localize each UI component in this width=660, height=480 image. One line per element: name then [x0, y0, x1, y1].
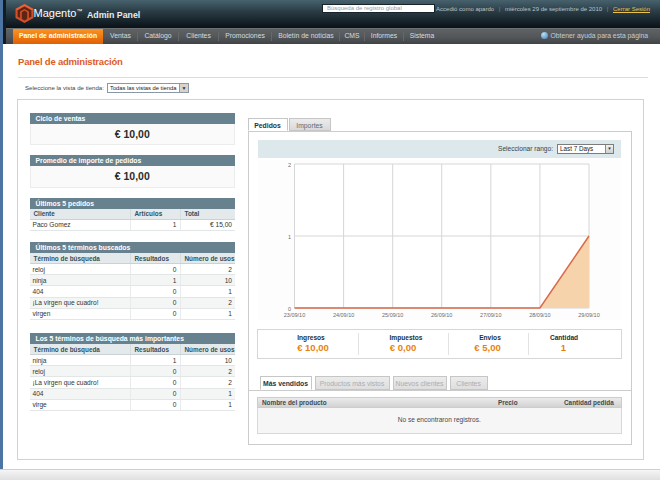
svg-text:29/09/10: 29/09/10 — [578, 312, 599, 318]
svg-text:2: 2 — [288, 162, 291, 168]
svg-text:28/09/10: 28/09/10 — [529, 312, 550, 318]
svg-text:0: 0 — [288, 306, 291, 312]
svg-text:27/09/10: 27/09/10 — [480, 312, 501, 318]
svg-text:1: 1 — [288, 234, 291, 240]
svg-text:25/09/10: 25/09/10 — [382, 312, 403, 318]
svg-text:26/09/10: 26/09/10 — [431, 312, 452, 318]
svg-text:24/09/10: 24/09/10 — [333, 312, 354, 318]
svg-text:23/09/10: 23/09/10 — [284, 312, 305, 318]
